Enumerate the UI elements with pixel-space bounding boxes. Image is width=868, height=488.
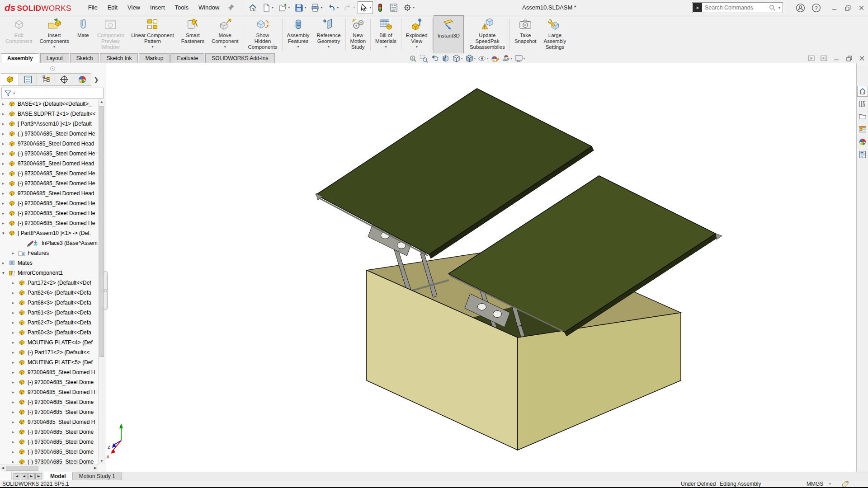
- ribbon-take-snapshot[interactable]: Take Snapshot: [511, 15, 540, 53]
- tree-item-part60-3-default-defa[interactable]: Part60<3> (Default<<Defa: [0, 328, 98, 338]
- tree-item-97300a685-steel-dome[interactable]: (-) 97300A685_Steel Dome: [0, 427, 98, 437]
- expand-arrow-icon[interactable]: [12, 400, 17, 404]
- expand-arrow-icon[interactable]: [12, 460, 17, 464]
- docwin-doc-close[interactable]: [858, 55, 866, 62]
- pane-tab-featuremanager[interactable]: [1, 73, 19, 86]
- expand-arrow-icon[interactable]: [12, 410, 17, 414]
- search-icon[interactable]: [769, 4, 776, 11]
- scroll-down-icon[interactable]: ▼: [99, 458, 105, 465]
- window-close-button[interactable]: [854, 0, 868, 15]
- tree-item-97300a685-steel-dome[interactable]: (-) 97300A685_Steel Dome: [0, 377, 98, 387]
- tree-item-97300a685-steel-domed-he[interactable]: (-) 97300A685_Steel Domed He: [0, 198, 98, 208]
- expand-arrow-icon[interactable]: [2, 122, 7, 126]
- filter-funnel-icon[interactable]: [4, 89, 12, 97]
- tree-item-part61-3-default-defa[interactable]: Part61<3> (Default<<Defa: [0, 308, 98, 318]
- expand-arrow-icon[interactable]: [12, 281, 17, 285]
- taskpane-custom-properties[interactable]: [857, 149, 868, 160]
- graphics-viewport[interactable]: z x: [105, 63, 856, 472]
- ribbon-show-hidden-components[interactable]: Show Hidden Components: [244, 15, 281, 53]
- expand-arrow-icon[interactable]: [2, 271, 7, 275]
- taskpane-file-explorer[interactable]: [857, 111, 868, 122]
- tree-item-part62-6-default-defa[interactable]: Part62<6> (Default<<Defa: [0, 288, 98, 298]
- expand-arrow-icon[interactable]: [12, 320, 17, 325]
- tree-item-97300a685-steel-domed-h[interactable]: 97300A685_Steel Domed H: [0, 367, 98, 377]
- docwin-doc-restore[interactable]: [845, 55, 853, 62]
- expand-arrow-icon[interactable]: [12, 420, 17, 424]
- pane-tab-configurationmanager[interactable]: [37, 73, 55, 86]
- menu-tools[interactable]: Tools: [170, 0, 193, 15]
- expand-arrow-icon[interactable]: [2, 261, 7, 265]
- quicktool-print[interactable]: ▾: [309, 1, 324, 14]
- expand-arrow-icon[interactable]: [12, 380, 17, 385]
- expand-arrow-icon[interactable]: [2, 141, 7, 146]
- expand-arrow-icon[interactable]: [2, 231, 7, 235]
- ribbon-reference-geometry[interactable]: Reference Geometry: [313, 15, 344, 53]
- tab-nav-last[interactable]: ▶: [35, 473, 42, 479]
- help-icon[interactable]: ?: [811, 3, 821, 13]
- tree-item-part68-3-default-defa[interactable]: Part68<3> (Default<<Defa: [0, 298, 98, 308]
- tree-item-97300a685-steel-domed-head[interactable]: 97300A685_Steel Domed Head: [0, 188, 98, 198]
- tree-item-97300a685-steel-domed-h[interactable]: 97300A685_Steel Domed H: [0, 417, 98, 427]
- expand-arrow-icon[interactable]: [2, 102, 7, 106]
- hud-zoom-to-area[interactable]: ▾: [419, 54, 429, 63]
- tab-nav-next[interactable]: ▶: [28, 473, 35, 479]
- tree-item-mouting-plate-5-def[interactable]: MOUTING PLATE<5> (Def: [0, 357, 98, 367]
- window-restore-button[interactable]: [841, 0, 854, 15]
- hud-previous-view[interactable]: ▾: [430, 54, 439, 63]
- pane-tab-dimxpertmanager[interactable]: [55, 73, 73, 86]
- tree-item-part3-assem10-1-default[interactable]: [ Part3^Assem10 ]<1> (Default: [0, 119, 98, 129]
- tree-horizontal-scrollbar[interactable]: ◀ ▶: [0, 465, 98, 472]
- menu-window[interactable]: Window: [193, 0, 224, 15]
- panel-splitter-handle[interactable]: [104, 271, 108, 310]
- units-caret-icon[interactable]: ▴: [829, 481, 831, 485]
- expand-arrow-icon[interactable]: [12, 390, 17, 394]
- tree-item-97300a685-steel-domed-he[interactable]: (-) 97300A685_Steel Domed He: [0, 178, 98, 188]
- ribbon-component-preview-window[interactable]: Component Preview Window: [94, 15, 127, 53]
- tree-item-97300a685-steel-domed-head[interactable]: 97300A685_Steel Domed Head: [0, 139, 98, 149]
- expand-arrow-icon[interactable]: [12, 300, 17, 305]
- hud-hide-show-items[interactable]: ▾: [477, 54, 489, 63]
- ribbon-bill-of-materials[interactable]: Bill of Materials: [372, 15, 400, 53]
- assembly-model[interactable]: z x: [105, 63, 856, 472]
- expand-arrow-icon[interactable]: [12, 370, 17, 375]
- ribbon-insert-components[interactable]: Insert Components: [36, 15, 72, 53]
- expand-arrow-icon[interactable]: [12, 350, 17, 355]
- tag-icon[interactable]: [842, 480, 849, 487]
- panel-collapse-handle[interactable]: [0, 63, 105, 73]
- ribbon-mate[interactable]: Mate: [73, 15, 94, 53]
- tab-assembly[interactable]: Assembly: [1, 53, 39, 63]
- docwin-pane-split-right[interactable]: [820, 55, 828, 62]
- tree-item-part172-2-default-def[interactable]: Part172<2> (Default<<Def: [0, 278, 98, 288]
- ribbon-large-assembly-settings[interactable]: Large Assembly Settings: [540, 15, 570, 53]
- pane-tab-displaymanager[interactable]: [73, 73, 91, 86]
- tree-item-inplace3-base-assem[interactable]: InPlace3 (Base^Assem: [0, 238, 98, 248]
- expand-arrow-icon[interactable]: [2, 161, 7, 166]
- expand-arrow-icon[interactable]: [12, 340, 17, 345]
- expand-arrow-icon[interactable]: [12, 291, 17, 295]
- menu-insert[interactable]: Insert: [145, 0, 170, 15]
- expand-arrow-icon[interactable]: [2, 131, 7, 136]
- tree-item-97300a685-steel-dome[interactable]: (-) 97300A685_Steel Dome: [0, 397, 98, 407]
- scroll-right-icon[interactable]: ▶: [94, 466, 97, 470]
- scroll-up-icon[interactable]: ▲: [99, 99, 105, 105]
- doc-tab-motion-study-1[interactable]: Motion Study 1: [73, 472, 122, 480]
- tree-item-base-sldprt-2-1-default[interactable]: BASE.SLDPRT-2<1> (Default<<: [0, 109, 98, 119]
- window-minimize-button[interactable]: [827, 0, 841, 15]
- ribbon-edit-component[interactable]: Edit Component: [2, 15, 36, 53]
- units-selector[interactable]: MMGS: [807, 481, 823, 487]
- quicktool-save[interactable]: ▾: [292, 1, 308, 14]
- quicktool-new-document[interactable]: ▾: [260, 1, 275, 14]
- tree-item-97300a685-steel-domed-he[interactable]: (-) 97300A685_Steel Domed He: [0, 208, 98, 218]
- docwin-doc-minimize[interactable]: [833, 55, 840, 62]
- vertical-scroll-thumb[interactable]: [99, 106, 104, 357]
- scroll-left-icon[interactable]: ◀: [1, 466, 4, 470]
- tree-item-base-1-default-default[interactable]: BASE<1> (Default<<Default>_: [0, 99, 98, 109]
- tree-item-part8-assem10-1-def[interactable]: [ Part8^Assem10 ]<1> -> (Def.: [0, 228, 98, 238]
- tab-evaluate[interactable]: Evaluate: [170, 53, 204, 63]
- ribbon-instant3d[interactable]: Instant3D: [434, 15, 464, 53]
- expand-arrow-icon[interactable]: [2, 171, 7, 176]
- pin-toolbar-icon[interactable]: [227, 4, 235, 12]
- tree-item-97300a685-steel-domed-h[interactable]: 97300A685_Steel Domed H: [0, 387, 98, 397]
- expand-arrow-icon[interactable]: [2, 201, 7, 206]
- tree-item-mouting-plate-4-def[interactable]: MOUTING PLATE<4> (Def: [0, 338, 98, 347]
